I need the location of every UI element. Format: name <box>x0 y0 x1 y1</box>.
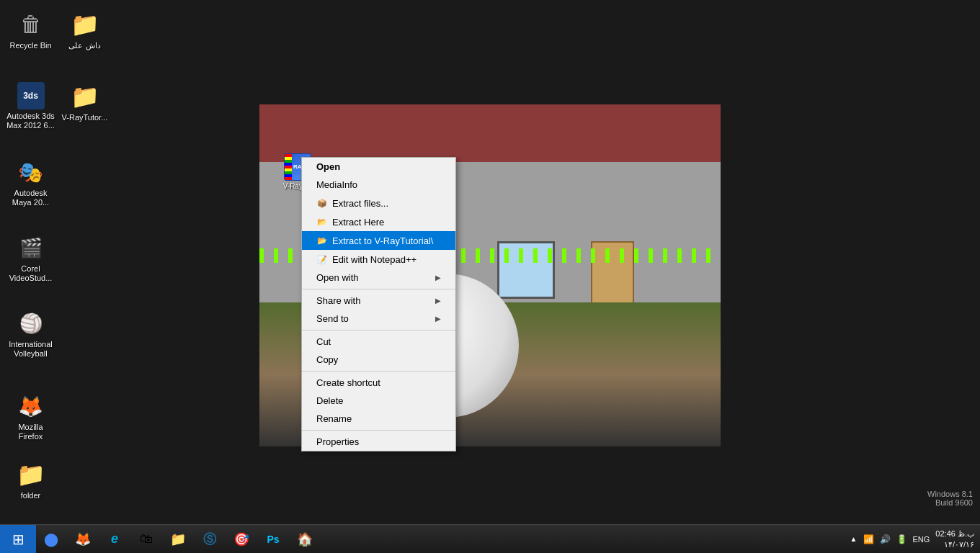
extract-to-icon: 📂 <box>316 235 328 246</box>
open-with-arrow: ▶ <box>435 274 441 282</box>
menu-open-with-label: Open with <box>316 272 359 283</box>
menu-item-rename[interactable]: Rename <box>302 410 455 428</box>
notepad-icon: 📝 <box>316 253 328 265</box>
menu-rename-label: Rename <box>316 413 352 424</box>
maya-label: AutodeskMaya 20... <box>12 189 49 207</box>
menu-sep-3 <box>302 371 455 372</box>
menu-item-cut[interactable]: Cut <box>302 333 455 351</box>
taskbar-clock[interactable]: 02:46 ب.ظ ۱۴/۰۷/۱۶ <box>935 529 974 549</box>
start-icon: ⊞ <box>12 531 24 548</box>
menu-sep-1 <box>302 289 455 289</box>
photoshop-icon: Ps <box>267 534 279 545</box>
tray-battery-icon: 🔋 <box>896 534 907 544</box>
recycle-bin-label: Recycle Bin <box>9 41 51 50</box>
folder-icon: 📁 <box>17 460 45 489</box>
desktop-icon-folder-dash[interactable]: 📁 داش علی <box>58 7 112 53</box>
firefox-desk-icon: 🦊 <box>17 392 45 421</box>
extract-here-row: 📂 Extract Here <box>316 216 384 228</box>
ie-icon: e <box>111 531 118 547</box>
menu-copy-label: Copy <box>316 354 338 365</box>
taskbar-chrome[interactable]: ⬤ <box>37 526 66 552</box>
menu-mediainfo-label: MediaInfo <box>316 179 357 190</box>
autodesk-icon: Ⓢ <box>203 531 216 548</box>
menu-delete-label: Delete <box>316 395 344 406</box>
desktop-icon-recycle[interactable]: 🗑 Recycle Bin <box>4 7 58 53</box>
menu-item-share-with[interactable]: Share with ▶ <box>302 292 455 310</box>
menu-item-copy[interactable]: Copy <box>302 351 455 369</box>
firefox-taskbar-icon: 🦊 <box>75 531 91 547</box>
os-title: Windows 8.1 <box>927 490 973 498</box>
extract-here-icon: 📂 <box>316 216 328 228</box>
clock-time: 02:46 ب.ظ <box>935 529 974 539</box>
os-info: Windows 8.1 Build 9600 <box>927 490 973 507</box>
volleyball-label: InternationalVolleyball <box>9 340 53 359</box>
menu-item-open-with[interactable]: Open with ▶ <box>302 269 455 287</box>
taskbar-firefox[interactable]: 🦊 <box>68 526 97 552</box>
app6-icon: 🎯 <box>233 531 249 547</box>
menu-extract-to-label: Extract to V-RayTutorial\ <box>332 235 433 246</box>
desktop: 🗑 Recycle Bin 📁 داش علی 3ds Autodesk 3ds… <box>0 0 980 553</box>
3dsmax-label: Autodesk 3dsMax 2012 6... <box>6 112 55 130</box>
share-with-arrow: ▶ <box>435 297 441 305</box>
3dsmax-icon: 3ds <box>17 82 45 109</box>
tray-language[interactable]: ENG <box>913 535 930 544</box>
desktop-icon-maya[interactable]: 🎭 AutodeskMaya 20... <box>4 155 58 210</box>
extract-files-row: 📦 Extract files... <box>316 197 388 209</box>
extract-files-icon: 📦 <box>316 197 328 209</box>
menu-share-with-label: Share with <box>316 295 360 306</box>
menu-item-send-to[interactable]: Send to ▶ <box>302 310 455 328</box>
folder-dash-icon: 📁 <box>71 10 99 39</box>
taskbar-app6[interactable]: 🎯 <box>227 526 256 552</box>
menu-cut-label: Cut <box>316 336 331 347</box>
menu-item-extract-to[interactable]: 📂 Extract to V-RayTutorial\ <box>302 231 455 250</box>
menu-item-extract-here[interactable]: 📂 Extract Here <box>302 212 455 231</box>
explorer-icon: 📁 <box>170 531 186 547</box>
menu-properties-label: Properties <box>316 436 359 447</box>
firefox-label: MozillaFirefox <box>18 423 43 441</box>
taskbar-explorer[interactable]: 📁 <box>164 526 192 552</box>
tray-network-icon: 📶 <box>863 534 874 544</box>
menu-send-to-label: Send to <box>316 313 349 324</box>
context-menu: Open MediaInfo 📦 Extract files... 📂 Extr… <box>301 157 456 451</box>
vray-folder-icon: 📁 <box>71 82 99 111</box>
app8-icon: 🏠 <box>297 531 313 547</box>
taskbar-pinned-apps: ⬤ 🦊 e 🛍 📁 Ⓢ 🎯 <box>36 526 850 552</box>
taskbar-app8[interactable]: 🏠 <box>290 526 319 552</box>
menu-sep-2 <box>302 330 455 331</box>
menu-extract-files-label: Extract files... <box>332 198 388 209</box>
desktop-icon-corel[interactable]: 🎬 CorelVideoStud... <box>4 230 58 286</box>
menu-item-mediainfo[interactable]: MediaInfo <box>302 176 455 194</box>
tray-arrow[interactable]: ▲ <box>850 535 858 543</box>
menu-item-create-shortcut[interactable]: Create shortcut <box>302 374 455 392</box>
desktop-icon-folder[interactable]: 📁 folder <box>4 457 58 503</box>
vray-folder-label: V-RayTutor... <box>62 113 108 122</box>
menu-item-extract-files[interactable]: 📦 Extract files... <box>302 194 455 212</box>
menu-item-edit-notepad[interactable]: 📝 Edit with Notepad++ <box>302 250 455 269</box>
maya-icon: 🎭 <box>17 158 45 186</box>
desktop-icon-vray[interactable]: 📁 V-RayTutor... <box>58 79 112 125</box>
start-button[interactable]: ⊞ <box>0 525 36 554</box>
store-icon: 🛍 <box>140 531 153 547</box>
menu-item-properties[interactable]: Properties <box>302 433 455 451</box>
taskbar-store[interactable]: 🛍 <box>132 526 161 552</box>
taskbar-photoshop[interactable]: Ps <box>259 526 288 552</box>
os-build: Build 9600 <box>927 498 973 507</box>
taskbar-system-tray: ▲ 📶 🔊 🔋 ENG 02:46 ب.ظ ۱۴/۰۷/۱۶ <box>850 529 980 549</box>
taskbar-autodesk[interactable]: Ⓢ <box>195 526 224 552</box>
menu-create-shortcut-label: Create shortcut <box>316 377 380 388</box>
desktop-icon-firefox[interactable]: 🦊 MozillaFirefox <box>4 389 58 444</box>
rar-color-strip <box>285 154 292 180</box>
taskbar: ⊞ ⬤ 🦊 e 🛍 📁 Ⓢ <box>0 524 980 553</box>
menu-item-open[interactable]: Open <box>302 158 455 176</box>
menu-extract-here-label: Extract Here <box>332 217 384 228</box>
volleyball-icon: 🏐 <box>17 309 45 338</box>
desktop-icon-volleyball[interactable]: 🏐 InternationalVolleyball <box>4 306 58 361</box>
menu-item-delete[interactable]: Delete <box>302 392 455 410</box>
scene-roof <box>259 104 721 162</box>
desktop-icon-3dsmax[interactable]: 3ds Autodesk 3dsMax 2012 6... <box>4 79 58 133</box>
clock-date: ۱۴/۰۷/۱۶ <box>935 539 974 549</box>
menu-edit-notepad-label: Edit with Notepad++ <box>332 254 416 265</box>
taskbar-ie[interactable]: e <box>100 526 129 552</box>
edit-notepad-row: 📝 Edit with Notepad++ <box>316 253 416 265</box>
tray-sound-icon: 🔊 <box>880 534 891 544</box>
